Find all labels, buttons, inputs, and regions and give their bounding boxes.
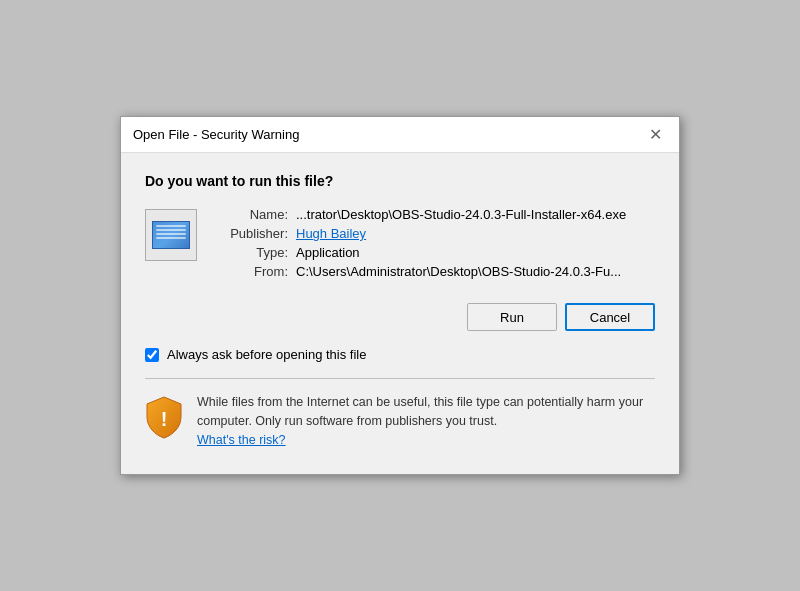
dialog-question: Do you want to run this file? [145,173,655,189]
type-label: Type: [213,245,288,260]
type-row: Type: Application [213,245,655,260]
from-row: From: C:\Users\Administrator\Desktop\OBS… [213,264,655,279]
svg-text:!: ! [161,408,168,430]
dialog-title: Open File - Security Warning [133,127,299,142]
divider [145,378,655,379]
file-info-section: Name: ...trator\Desktop\OBS-Studio-24.0.… [145,207,655,283]
run-button[interactable]: Run [467,303,557,331]
cancel-button[interactable]: Cancel [565,303,655,331]
type-value: Application [296,245,655,260]
info-table: Name: ...trator\Desktop\OBS-Studio-24.0.… [213,207,655,283]
button-row: Run Cancel [145,303,655,331]
name-value: ...trator\Desktop\OBS-Studio-24.0.3-Full… [296,207,655,222]
name-row: Name: ...trator\Desktop\OBS-Studio-24.0.… [213,207,655,222]
file-icon [145,209,197,261]
publisher-value[interactable]: Hugh Bailey [296,226,655,241]
dialog-body: Do you want to run this file? [121,153,679,473]
from-value: C:\Users\Administrator\Desktop\OBS-Studi… [296,264,655,279]
from-label: From: [213,264,288,279]
warning-message: While files from the Internet can be use… [197,395,643,428]
checkbox-row: Always ask before opening this file [145,347,655,362]
always-ask-label[interactable]: Always ask before opening this file [167,347,366,362]
shield-icon: ! [145,395,183,439]
publisher-row: Publisher: Hugh Bailey [213,226,655,241]
publisher-label: Publisher: [213,226,288,241]
warning-text: While files from the Internet can be use… [197,393,655,449]
warning-section: ! While files from the Internet can be u… [145,393,655,457]
name-label: Name: [213,207,288,222]
always-ask-checkbox[interactable] [145,348,159,362]
close-button[interactable]: ✕ [643,123,667,147]
title-bar: Open File - Security Warning ✕ [121,117,679,153]
whats-the-risk-link[interactable]: What's the risk? [197,433,286,447]
security-warning-dialog: Open File - Security Warning ✕ Do you wa… [120,116,680,474]
